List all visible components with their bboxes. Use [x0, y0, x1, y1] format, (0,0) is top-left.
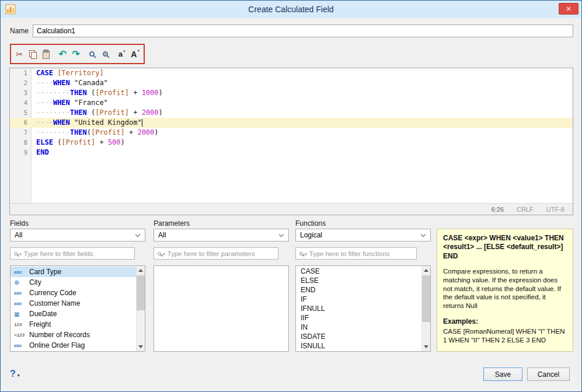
line-number: 8 — [10, 138, 32, 148]
field-item-label: Online Order Flag — [29, 341, 85, 349]
fields-dropdown[interactable]: All — [10, 229, 145, 242]
examples-label: Examples: — [443, 317, 567, 326]
scroll-track[interactable] — [137, 275, 145, 342]
scroll-thumb[interactable] — [137, 275, 145, 310]
parameters-dropdown[interactable]: All — [154, 229, 289, 242]
function-example: CASE [RomanNumeral] WHEN "I" THEN 1 WHEN… — [443, 327, 567, 344]
field-item-label: Freight — [29, 320, 51, 328]
window-title: Create Calculated Field — [1, 1, 581, 18]
scroll-up-button[interactable] — [422, 266, 430, 275]
code-text: END — [32, 148, 49, 158]
code-text: ········THEN ([Profit] + 1000) — [32, 88, 163, 98]
field-item-label: Customer Name — [29, 299, 80, 307]
function-item[interactable]: IIF — [296, 313, 421, 323]
calculation-name-input[interactable] — [33, 24, 573, 37]
field-item[interactable]: ⊕City — [11, 277, 136, 288]
cancel-button[interactable]: Cancel — [527, 368, 570, 381]
scroll-down-button[interactable] — [137, 342, 145, 351]
fields-filter-input[interactable] — [24, 249, 134, 258]
line-number: 2 — [10, 78, 32, 88]
functions-scrollbar[interactable] — [421, 266, 430, 351]
fields-filter: ▾ — [10, 247, 135, 260]
field-item[interactable]: abcCard Type — [11, 267, 136, 277]
code-line[interactable]: 1CASE [Territory] — [10, 68, 573, 78]
code-text: ········THEN ([Profit] + 2000) — [32, 108, 163, 118]
code-line[interactable]: 3········THEN ([Profit] + 1000) — [10, 88, 573, 98]
function-item[interactable]: END — [296, 285, 421, 295]
function-help-panel: CASE <expr> WHEN <value1> THEN <result1>… — [437, 229, 573, 352]
cursor-position: 6:26 — [492, 206, 504, 213]
paste-button[interactable] — [40, 47, 53, 61]
function-item[interactable]: ELSE — [296, 276, 421, 285]
formula-editor[interactable]: 1CASE [Territory]2····WHEN "Canada"3····… — [9, 68, 573, 215]
help-menu-button[interactable]: ? ▾ — [10, 369, 20, 379]
text-cursor — [142, 119, 142, 127]
code-line[interactable]: 2····WHEN "Canada" — [10, 78, 573, 88]
find-replace-icon — [103, 51, 108, 57]
line-number: 9 — [10, 148, 32, 158]
scroll-down-button[interactable] — [422, 342, 430, 351]
save-button[interactable]: Save — [483, 368, 522, 381]
chevron-down-icon: ▾ — [19, 252, 22, 257]
scroll-thumb[interactable] — [422, 275, 430, 322]
line-number: 3 — [10, 88, 32, 98]
field-item-label: Card Type — [29, 268, 61, 276]
search-icon — [14, 252, 18, 256]
scroll-track[interactable] — [422, 275, 430, 342]
field-item[interactable]: abcCurrency Code — [11, 288, 136, 298]
copy-button[interactable] — [27, 47, 39, 61]
search-icon — [158, 252, 161, 256]
function-item[interactable]: IF — [296, 295, 421, 304]
functions-dropdown[interactable]: Logical — [295, 229, 431, 242]
fields-panel-label: Fields — [10, 219, 29, 228]
editor-status-bar: 6:26 CRLF UTF-8 — [10, 203, 573, 215]
parameters-list — [154, 266, 288, 351]
function-item[interactable]: IN — [296, 323, 421, 332]
function-item[interactable]: CASE — [296, 267, 421, 276]
parameters-filter-input[interactable] — [168, 249, 278, 258]
parameters-listbox — [154, 265, 289, 352]
fields-scrollbar[interactable] — [136, 266, 145, 351]
chevron-down-icon: ▾ — [305, 252, 307, 257]
functions-filter-input[interactable] — [309, 249, 416, 258]
create-calculated-field-dialog: Create Calculated Field ✕ Name ✂ ↶ ↷ a ▾ — [0, 0, 582, 392]
find-button[interactable] — [86, 47, 98, 61]
line-number: 5 — [10, 108, 32, 118]
undo-button[interactable]: ↶ — [57, 47, 69, 61]
code-line[interactable]: 8ELSE ([Profit] + 500) — [10, 138, 573, 148]
chevron-down-icon: ▾ — [18, 373, 20, 378]
close-button[interactable]: ✕ — [559, 3, 578, 15]
function-item[interactable]: ISDATE — [296, 332, 421, 341]
code-line[interactable]: 9END — [10, 148, 573, 158]
lowercase-button[interactable]: a ▾ — [116, 47, 128, 61]
num-icon: 123 — [14, 322, 29, 327]
field-item[interactable]: ▦DueDate — [11, 309, 136, 319]
globe-icon: ⊕ — [14, 279, 29, 286]
parameters-panel-label: Parameters — [154, 219, 190, 228]
field-item[interactable]: 123Freight — [11, 319, 136, 330]
code-text: ····WHEN "United Kingdom" — [32, 118, 142, 128]
field-item[interactable]: abcOnline Order Flag — [11, 340, 136, 351]
field-item-label: City — [29, 278, 41, 286]
uppercase-button[interactable]: A ▴ — [129, 47, 141, 61]
field-item[interactable]: abcCustomer Name — [11, 298, 136, 309]
code-area[interactable]: 1CASE [Territory]2····WHEN "Canada"3····… — [10, 68, 573, 203]
code-line[interactable]: 4····WHEN "France" — [10, 98, 573, 108]
search-icon — [299, 252, 303, 256]
function-item[interactable]: ISNULL — [296, 341, 421, 351]
scroll-up-button[interactable] — [137, 266, 145, 275]
cut-button[interactable]: ✂ — [13, 47, 26, 61]
code-text: ····WHEN "Canada" — [32, 78, 108, 88]
fields-listbox: abcCard Type⊕CityabcCurrency CodeabcCust… — [10, 265, 145, 352]
functions-filter: ▾ — [295, 247, 417, 260]
code-line[interactable]: 6····WHEN "United Kingdom" — [10, 118, 573, 128]
code-line[interactable]: 5········THEN ([Profit] + 2000) — [10, 108, 573, 118]
redo-button[interactable]: ↷ — [70, 47, 82, 61]
code-line[interactable]: 7········THEN([Profit] + 2000) — [10, 128, 573, 138]
function-item[interactable]: IFNULL — [296, 304, 421, 313]
field-item[interactable]: =123Number of Records — [11, 330, 136, 340]
arrow-down-icon: ▾ — [123, 49, 126, 54]
function-signature: CASE <expr> WHEN <value1> THEN <result1>… — [443, 234, 567, 261]
redo-icon: ↷ — [72, 50, 79, 59]
find-replace-button[interactable] — [99, 47, 111, 61]
